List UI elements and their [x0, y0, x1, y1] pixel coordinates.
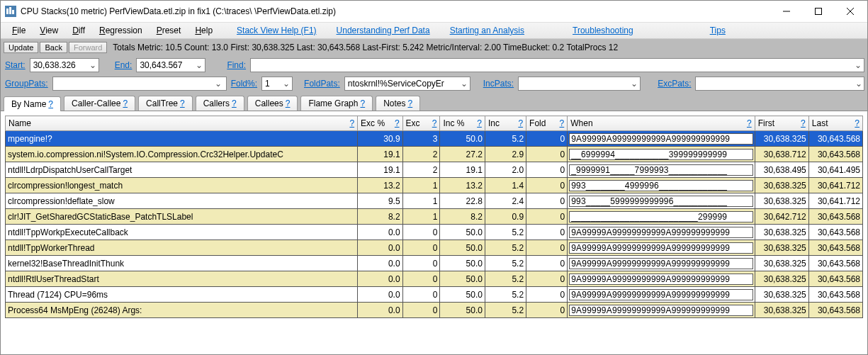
tab-callees[interactable]: Callees? — [247, 96, 298, 111]
tab-callers[interactable]: Callers? — [196, 96, 244, 111]
toolbar: Update Back Forward Totals Metric: 10.5 … — [1, 39, 867, 56]
col-excp[interactable]: Exc % ? — [358, 116, 402, 131]
help-icon[interactable]: ? — [48, 99, 53, 109]
tab-notes[interactable]: Notes? — [376, 96, 420, 111]
foldpct-input[interactable] — [262, 77, 281, 90]
menu-file[interactable]: File — [5, 24, 33, 37]
link-stackviewhelp[interactable]: Stack View Help (F1) — [227, 24, 326, 37]
filterbar-1: Start: ⌄ End: ⌄ Find: ⌄ — [1, 56, 867, 74]
foldpct-label[interactable]: Fold%: — [230, 79, 259, 89]
help-icon[interactable]: ? — [232, 98, 237, 108]
end-input[interactable] — [137, 59, 193, 72]
svg-rect-1 — [6, 9, 9, 14]
chevron-down-icon[interactable]: ⌄ — [458, 79, 470, 89]
app-icon — [5, 6, 16, 17]
chevron-down-icon[interactable]: ⌄ — [853, 79, 864, 89]
incpats-input[interactable] — [519, 77, 629, 90]
table-row[interactable]: ntdll!TppWorkerThread0.0050.05.209A99999… — [6, 240, 863, 256]
tabbar: By Name?Caller-Callee?CallTree?Callers?C… — [1, 93, 867, 111]
tab-label: Callees — [255, 98, 283, 108]
chevron-down-icon[interactable]: ⌄ — [629, 79, 640, 89]
svg-rect-5 — [815, 9, 821, 15]
menubar: File View Diff Regression Preset Help St… — [1, 22, 867, 39]
col-exc[interactable]: Exc ? — [402, 116, 440, 131]
col-last[interactable]: Last ? — [808, 116, 862, 131]
tab-label: By Name — [11, 99, 46, 109]
col-inc[interactable]: Inc ? — [485, 116, 526, 131]
filterbar-2: GroupPats: ⌄ Fold%: ⌄ FoldPats: ⌄ IncPat… — [1, 74, 867, 93]
incpats-label[interactable]: IncPats: — [482, 79, 515, 89]
menu-regression[interactable]: Regression — [92, 24, 150, 37]
link-understanding[interactable]: Understanding Perf Data — [327, 24, 440, 37]
table-row[interactable]: ntdll!RtlUserThreadStart0.0050.05.209A99… — [6, 271, 863, 287]
grouppats-label[interactable]: GroupPats: — [4, 79, 50, 89]
col-name[interactable]: Name ? — [6, 116, 358, 131]
table-row[interactable]: mpengine!?30.9350.05.209A99999A999999999… — [6, 131, 863, 147]
table-row[interactable]: clrcompression!deflate_slow9.5122.82.409… — [6, 193, 863, 209]
tab-label: CallTree — [146, 98, 178, 108]
menu-view[interactable]: View — [33, 24, 65, 37]
table-row[interactable]: kernel32!BaseThreadInitThunk0.0050.05.20… — [6, 256, 863, 271]
excpats-input[interactable] — [696, 77, 853, 90]
tab-by-name[interactable]: By Name? — [4, 96, 61, 111]
stats-text: Totals Metric: 10.5 Count: 13.0 First: 3… — [113, 43, 618, 52]
window-title: CPU Stacks(10 metric) PerfViewData.etl.z… — [21, 6, 770, 16]
help-icon[interactable]: ? — [123, 98, 128, 108]
chevron-down-icon[interactable]: ⌄ — [852, 60, 864, 70]
menu-help[interactable]: Help — [188, 24, 220, 37]
chevron-down-icon[interactable]: ⌄ — [87, 60, 98, 70]
link-tips[interactable]: Tips — [700, 24, 735, 37]
menu-diff[interactable]: Diff — [65, 24, 92, 37]
help-icon[interactable]: ? — [360, 98, 365, 108]
close-button[interactable] — [834, 1, 866, 21]
forward-button[interactable]: Forward — [69, 42, 107, 53]
tab-label: Notes — [383, 98, 405, 108]
start-input[interactable] — [30, 59, 87, 72]
back-button[interactable]: Back — [40, 42, 67, 53]
start-label[interactable]: Start: — [4, 60, 27, 70]
help-icon[interactable]: ? — [180, 98, 185, 108]
col-fold[interactable]: Fold ? — [526, 116, 568, 131]
table-row[interactable]: Thread (7124) CPU=96ms0.0050.05.209A9999… — [6, 287, 863, 303]
col-first[interactable]: First ? — [755, 116, 808, 131]
chevron-down-icon[interactable]: ⌄ — [213, 79, 224, 89]
help-icon[interactable]: ? — [408, 98, 413, 108]
end-label[interactable]: End: — [113, 60, 134, 70]
update-button[interactable]: Update — [4, 42, 38, 53]
svg-rect-3 — [12, 10, 14, 14]
chevron-down-icon[interactable]: ⌄ — [281, 79, 292, 89]
table-row[interactable]: clrcompression!longest_match13.2113.21.4… — [6, 178, 863, 193]
table-row[interactable]: Process64 MsMpEng (26248) Args:0.0050.05… — [6, 303, 863, 318]
svg-rect-2 — [9, 7, 11, 14]
help-icon[interactable]: ? — [286, 98, 291, 108]
tab-caller-callee[interactable]: Caller-Callee? — [64, 96, 135, 111]
tab-label: Flame Graph — [308, 98, 358, 108]
foldpats-label[interactable]: FoldPats: — [303, 79, 342, 89]
tab-label: Caller-Callee — [72, 98, 120, 108]
link-troubleshooting[interactable]: Troubleshooting — [563, 24, 643, 37]
tab-label: Callers — [203, 98, 230, 108]
table-row[interactable]: system.io.compression.ni!System.IO.Compr… — [6, 147, 863, 162]
table-row[interactable]: ntdll!TppWorkpExecuteCallback0.0050.05.2… — [6, 225, 863, 240]
col-incp[interactable]: Inc % ? — [440, 116, 485, 131]
menu-preset[interactable]: Preset — [150, 24, 188, 37]
excpats-label[interactable]: ExcPats: — [656, 79, 692, 89]
data-grid[interactable]: Name ? Exc % ? Exc ? Inc % ? Inc ? Fold … — [5, 115, 863, 318]
maximize-button[interactable] — [802, 1, 834, 21]
minimize-button[interactable] — [770, 1, 802, 21]
foldpats-input[interactable] — [345, 77, 458, 90]
find-input[interactable] — [251, 59, 852, 72]
table-row[interactable]: ntdll!LdrpDispatchUserCallTarget19.1219.… — [6, 162, 863, 178]
chevron-down-icon[interactable]: ⌄ — [193, 60, 205, 70]
grouppats-input[interactable] — [53, 77, 213, 90]
table-row[interactable]: clr!JIT_GetSharedGCStaticBase_PatchTLSLa… — [6, 209, 863, 225]
tab-flame-graph[interactable]: Flame Graph? — [300, 96, 373, 111]
tab-calltree[interactable]: CallTree? — [138, 96, 193, 111]
find-label[interactable]: Find: — [225, 60, 247, 70]
col-when[interactable]: When ? — [568, 116, 755, 131]
link-starting[interactable]: Starting an Analysis — [440, 24, 534, 37]
